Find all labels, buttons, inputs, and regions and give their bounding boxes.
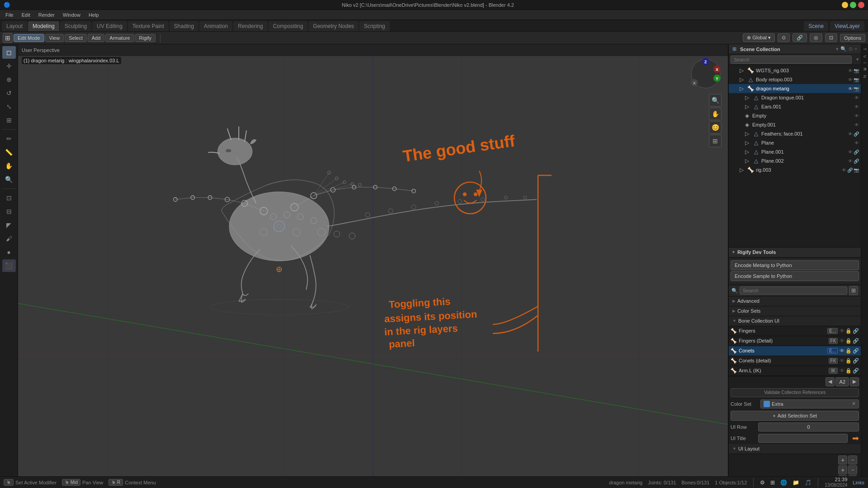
bc-arm-l-ik-tag[interactable]: IK — [829, 368, 838, 374]
tool-hand[interactable]: ✋ — [2, 160, 16, 172]
outliner-vis-feathers[interactable]: 👁 — [848, 131, 853, 136]
outliner-item-ears[interactable]: ▷ △ Ears.001 👁 — [729, 102, 861, 111]
ui-row-input[interactable]: 0 — [758, 422, 859, 432]
tool-paint[interactable]: 🖌 — [2, 232, 16, 245]
outliner-vis-body[interactable]: 👁 — [848, 77, 853, 82]
viewport-icon-btn[interactable]: ⊞ — [3, 33, 13, 43]
encode-sample-btn[interactable]: Encode Sample to Python — [731, 271, 859, 281]
outliner-vis-rig003[interactable]: 👁 — [842, 168, 846, 173]
minimize-btn[interactable] — [842, 2, 848, 8]
outliner-vis-dragon[interactable]: 👁 — [848, 86, 853, 91]
outliner-item-dragon[interactable]: ▷ 🦴 dragon metarig 👁 📷 — [729, 84, 861, 93]
tool-select[interactable]: ◻ — [2, 46, 16, 59]
ui-title-input[interactable] — [758, 434, 848, 443]
viewport[interactable]: User Perspective (1) dragon metarig : wi… — [18, 44, 728, 476]
outliner-add-btn[interactable]: + — [854, 46, 857, 52]
color-sets-section-header[interactable]: ▶ Color Sets — [729, 306, 861, 316]
tool-transform[interactable]: ⊞ — [2, 114, 16, 127]
viewport-grid-btn[interactable]: ⊞ — [709, 135, 722, 147]
toolbar-select-btn[interactable]: Select — [65, 34, 87, 42]
menu-window[interactable]: Window — [59, 11, 84, 19]
outliner-item-wgts[interactable]: ▷ 🦴 WGTS_rig.003 👁 📷 — [729, 66, 861, 75]
outliner-vis-wgts[interactable]: 👁 — [848, 68, 853, 73]
tab-scene[interactable]: Scene — [804, 21, 828, 31]
encode-metarig-btn[interactable]: Encode Metarig to Python — [731, 260, 859, 270]
bc-prev-btn[interactable]: ◀ — [826, 377, 835, 386]
outliner-constrain-plane001[interactable]: 🔗 — [854, 150, 859, 155]
outliner-render-rig003[interactable]: 📷 — [854, 168, 859, 173]
tool-measure[interactable]: 📏 — [2, 146, 16, 159]
outliner-item-body[interactable]: ▷ △ Body retopo.003 👁 📷 — [729, 75, 861, 84]
outliner-item-rig003[interactable]: ▷ 🦴 rig.003 👁 🔗 📷 — [729, 165, 861, 174]
bc-fingers[interactable]: 🦴 Fingers E... 👁 🔒 🔗 — [729, 326, 861, 336]
outliner-render-wgts[interactable]: 📷 — [854, 68, 859, 73]
outliner-constrain-plane002[interactable]: 🔗 — [854, 159, 859, 164]
bc-ali-link[interactable]: 🔗 — [853, 368, 859, 374]
toolbar-armature-btn[interactable]: Armature — [105, 34, 134, 42]
add-selection-btn[interactable]: + Add Selection Set — [731, 411, 859, 421]
tool-rotate[interactable]: ↺ — [2, 87, 16, 99]
validate-btn[interactable]: Validate Collection References — [731, 388, 859, 397]
tool-annotate[interactable]: ✏ — [2, 132, 16, 145]
snap-btn[interactable]: 🔗 — [793, 33, 807, 42]
toolbar-view-btn[interactable]: View — [45, 34, 64, 42]
overlay-btn[interactable]: ◎ — [810, 33, 822, 42]
outliner-search-input[interactable] — [731, 56, 852, 64]
tool-vertex[interactable]: ● — [2, 246, 16, 258]
bc-cd-tag[interactable]: FK — [829, 358, 838, 364]
proportional-btn[interactable]: ⊙ — [778, 33, 790, 42]
options-btn[interactable]: Options — [840, 34, 865, 42]
ui-layout-plus-1[interactable]: + — [838, 455, 847, 465]
navigation-gizmo[interactable]: X X Y Z — [690, 58, 722, 89]
outliner-item-plane001[interactable]: ▷ △ Plane.001 👁 🔗 — [729, 147, 861, 156]
bc-conets-detail[interactable]: 🦴 Conets (detail) FK 👁 🔒 🔗 — [729, 356, 861, 366]
bc-cd-link[interactable]: 🔗 — [853, 358, 859, 364]
bc-fingers-lock[interactable]: 🔒 — [845, 328, 852, 334]
color-set-dropdown[interactable]: Extra ✕ — [760, 399, 859, 408]
sidebar-tab-rename[interactable]: N — [862, 73, 868, 80]
tool-knife[interactable]: ◤ — [2, 219, 16, 231]
bc-fingers-link[interactable]: 🔗 — [853, 328, 859, 334]
outliner-vis-plane[interactable]: 👁 — [854, 141, 859, 145]
bc-ali-vis[interactable]: 👁 — [840, 368, 844, 374]
toolbar-add-btn[interactable]: Add — [88, 34, 105, 42]
bc-fingers-tag[interactable]: E... — [827, 328, 838, 334]
bc-conets[interactable]: 🦴 Conets E... 👁 🔒 🔗 — [729, 346, 861, 356]
tab-scripting[interactable]: Scripting — [359, 21, 390, 31]
outliner-item-plane002[interactable]: ▷ △ Plane.002 👁 🔗 — [729, 156, 861, 165]
bc-conets-link[interactable]: 🔗 — [853, 348, 859, 354]
outliner-vis-plane001[interactable]: 👁 — [848, 150, 853, 155]
tool-loop-cut[interactable]: ⊟ — [2, 205, 16, 218]
tab-uv-editing[interactable]: UV Editing — [92, 21, 127, 31]
global-mode-btn[interactable]: ⊕ Global ▾ — [743, 33, 775, 42]
ui-layout-plus-3[interactable]: + — [838, 475, 847, 477]
outliner-constrain-rig003[interactable]: 🔗 — [847, 168, 853, 173]
ui-layout-minus-3[interactable]: − — [848, 475, 857, 477]
outliner-item-feathers[interactable]: ▷ △ Feathers; face.001 👁 🔗 — [729, 129, 861, 138]
bone-collection-section-header[interactable]: ▼ Bone Collection UI — [729, 316, 861, 326]
sidebar-tab-tool[interactable]: T — [862, 46, 868, 52]
sidebar-tab-view[interactable]: V — [862, 53, 868, 60]
menu-render[interactable]: Render — [35, 11, 58, 19]
advanced-section-header[interactable]: ▶ Advanced — [729, 296, 861, 306]
tab-modeling[interactable]: Modeling — [28, 21, 59, 31]
tool-move[interactable]: ⊕ — [2, 73, 16, 86]
outliner-item-plane[interactable]: ▷ △ Plane 👁 — [729, 138, 861, 147]
rigify-panel-header[interactable]: ▼ Rigify Dev Tools — [729, 248, 861, 258]
color-set-close[interactable]: ✕ — [852, 401, 856, 407]
tab-viewlayer[interactable]: ViewLayer — [830, 21, 864, 31]
bc-ali-lock[interactable]: 🔒 — [845, 368, 852, 374]
bc-conets-tag[interactable]: E... — [827, 348, 838, 354]
ui-layout-minus-2[interactable]: − — [848, 465, 857, 474]
outliner-vis-empty001[interactable]: 👁 — [854, 122, 859, 127]
menu-help[interactable]: Help — [85, 11, 103, 19]
bc-fd-vis[interactable]: 👁 — [840, 338, 844, 344]
viewport-hand-btn[interactable]: ✋ — [709, 108, 722, 120]
bc-conets-lock[interactable]: 🔒 — [845, 348, 852, 354]
outliner-search-btn[interactable]: 🔍 — [840, 46, 847, 52]
tool-scale[interactable]: ⤡ — [2, 100, 16, 113]
ui-layout-minus-1[interactable]: − — [848, 455, 857, 465]
tab-sculpting[interactable]: Sculpting — [60, 21, 91, 31]
outliner-filter-icon[interactable]: ▾ — [856, 56, 859, 62]
outliner-filter-btn[interactable]: ▾ — [836, 46, 839, 52]
